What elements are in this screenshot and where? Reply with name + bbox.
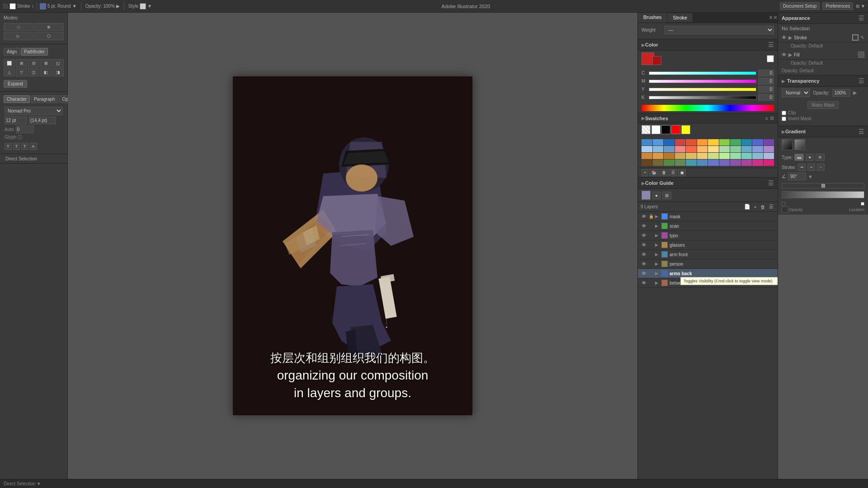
layer-item-scan[interactable]: 👁 ▶ scan [638, 221, 778, 231]
opacity-expand-arrow[interactable]: ▶ [853, 90, 857, 96]
tab-stroke[interactable]: Stroke [667, 13, 693, 22]
swatch-40[interactable] [675, 160, 686, 166]
m-slider[interactable] [649, 80, 756, 83]
layer-lock-arm-front[interactable] [649, 252, 653, 257]
swatch-46[interactable] [741, 160, 752, 166]
opacity-input[interactable] [832, 89, 850, 97]
c-slider[interactable] [649, 71, 756, 75]
pf-btn-8[interactable]: ◫ [28, 68, 39, 76]
app-fill-eye[interactable]: 👁 [782, 52, 787, 57]
make-mask-btn[interactable]: Make Mask [807, 101, 839, 109]
m-value[interactable] [758, 78, 774, 84]
guide-btn-1[interactable]: ● [652, 192, 660, 199]
swatch-42[interactable] [697, 160, 708, 166]
line-height-input[interactable] [29, 117, 56, 124]
pf-btn-4[interactable]: ⊠ [40, 59, 52, 67]
swatch-8[interactable] [719, 139, 730, 145]
swatch-48[interactable] [764, 160, 774, 166]
swatch-20[interactable] [719, 146, 730, 152]
black-color-swatch[interactable] [661, 125, 670, 134]
gradient-opacity-bar[interactable] [782, 183, 864, 188]
transparency-options[interactable]: ☰ [859, 77, 864, 84]
delete-layer-btn[interactable]: 🗑 [759, 203, 767, 210]
c-value[interactable] [758, 70, 774, 76]
swatches-grid-icon[interactable]: ⊞ [770, 115, 774, 121]
angle-dropdown[interactable]: ▼ [808, 174, 813, 179]
swatch-11[interactable] [752, 139, 763, 145]
swatch-6[interactable] [697, 139, 708, 145]
white-color-swatch[interactable] [651, 125, 660, 134]
swatches-swatch-btn[interactable]: ◼ [678, 169, 686, 176]
swatch-5[interactable] [686, 139, 697, 145]
layer-expand-between[interactable]: ▶ [655, 281, 660, 285]
pf-btn-5[interactable]: ◱ [52, 59, 64, 67]
layer-eye-mask[interactable]: 👁 [641, 213, 647, 220]
layer-lock-between[interactable] [649, 281, 653, 285]
pf-btn-1[interactable]: ⬜ [4, 59, 15, 67]
layer-expand-mask[interactable]: ▶ [655, 214, 660, 219]
gradient-stroke-btn-3[interactable]: ┄ [817, 164, 825, 171]
font-select[interactable]: Nomad Pro [5, 107, 63, 115]
swatch-9[interactable] [730, 139, 741, 145]
tool-btn-1[interactable]: □ [4, 23, 33, 31]
swatch-16[interactable] [675, 146, 686, 152]
pf-btn-2[interactable]: ⊞ [16, 59, 27, 67]
layer-lock-glasses[interactable] [649, 243, 653, 247]
swatch-37[interactable] [642, 160, 652, 166]
gradient-linear-btn[interactable]: ▬ [794, 154, 804, 161]
document-setup-btn[interactable]: Document Setup [780, 2, 820, 10]
layer-eye-person[interactable]: 👁 [641, 261, 647, 267]
swatches-lib-btn[interactable]: 📚 [649, 169, 659, 176]
swatch-12[interactable] [764, 139, 774, 145]
tracking-input[interactable] [16, 126, 34, 133]
tool-btn-4[interactable]: ⬡ [34, 32, 64, 40]
swatch-35[interactable] [752, 153, 763, 159]
swatch-17[interactable] [686, 146, 697, 152]
gradient-preview-swatch[interactable] [782, 139, 793, 150]
swatch-14[interactable] [653, 146, 664, 152]
gradient-preview-swatch-2[interactable] [794, 139, 805, 150]
swatch-36[interactable] [764, 153, 774, 159]
swatch-19[interactable] [708, 146, 719, 152]
layer-eye-typo[interactable]: 👁 [641, 232, 647, 239]
gradient-options[interactable]: ☰ [859, 128, 864, 135]
layer-eye-arms-back[interactable]: 👁 [641, 270, 647, 277]
swatch-7[interactable] [708, 139, 719, 145]
fill-preview-box[interactable] [858, 52, 864, 58]
y-slider[interactable] [649, 88, 756, 91]
make-sublayer-btn[interactable]: 📄 [743, 203, 752, 210]
layer-expand-scan[interactable]: ▶ [655, 224, 660, 228]
app-stroke-eye[interactable]: 👁 [782, 35, 787, 40]
layer-eye-scan[interactable]: 👁 [641, 223, 647, 229]
layer-lock-arms-back[interactable] [649, 271, 653, 276]
layer-item-typo[interactable]: 👁 ▶ typo [638, 231, 778, 240]
swatch-31[interactable] [708, 153, 719, 159]
tab-character[interactable]: Character [4, 95, 30, 103]
swatch-39[interactable] [664, 160, 675, 166]
appearance-options[interactable]: ☰ [859, 14, 864, 22]
gradient-radial-btn[interactable]: ● [806, 154, 813, 161]
appearance-titlebar[interactable]: Appearance ☰ [778, 13, 868, 24]
swatch-21[interactable] [730, 146, 741, 152]
yellow-swatch[interactable] [681, 125, 690, 134]
layer-item-mask[interactable]: 👁 🔒 ▶ mask [638, 212, 778, 221]
swatch-30[interactable] [697, 153, 708, 159]
red-swatch[interactable] [671, 125, 680, 134]
layer-expand-arm-front[interactable]: ▶ [655, 252, 660, 257]
swatch-47[interactable] [752, 160, 763, 166]
color-guide-titlebar[interactable]: ▶ Color Guide ☰ [638, 178, 778, 189]
tool-btn-3[interactable]: ▷ [4, 32, 33, 40]
stroke-edit-icon[interactable]: ✎ [860, 35, 864, 41]
layer-expand-typo[interactable]: ▶ [655, 233, 660, 238]
swatches-group-btn[interactable]: ☰ [669, 169, 677, 176]
guide-btn-2[interactable]: ⊞ [662, 192, 671, 199]
stroke-preview-box[interactable] [852, 34, 859, 41]
fill-color-swatch[interactable] [9, 3, 16, 9]
opacity-arrow[interactable]: ▶ [116, 4, 120, 9]
swatch-3[interactable] [664, 139, 675, 145]
canvas-area[interactable]: 按层次和组别组织我们的构图。 organizing our compositio… [68, 13, 637, 479]
swatch-41[interactable] [686, 160, 697, 166]
k-value[interactable] [758, 94, 774, 101]
text-btn-4[interactable]: A [30, 143, 37, 150]
pf-btn-6[interactable]: △ [4, 68, 15, 76]
